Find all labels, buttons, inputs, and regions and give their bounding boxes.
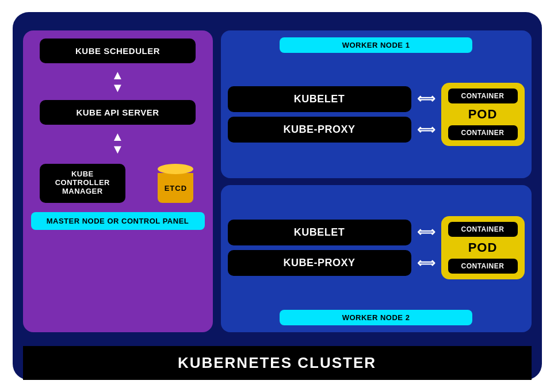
main-area: KUBE SCHEDULER ▲ ▼ KUBE API SERVER ▲ ▼ K… — [23, 22, 532, 340]
api-controller-arrow: ▲ ▼ — [112, 130, 124, 156]
worker-node-1-label: WORKER NODE 1 — [280, 37, 472, 53]
master-node-label: MASTER NODE OR CONTROL PANEL — [31, 212, 205, 230]
worker1-container2: CONTAINER — [448, 125, 518, 140]
worker2-pod: CONTAINER POD CONTAINER — [441, 216, 525, 279]
worker1-pod: CONTAINER POD CONTAINER — [441, 83, 525, 146]
worker-node-2-label: WORKER NODE 2 — [280, 310, 472, 325]
kubernetes-cluster: KUBE SCHEDULER ▲ ▼ KUBE API SERVER ▲ ▼ K… — [13, 12, 542, 380]
worker1-arrows: ⟺ ⟺ — [417, 91, 435, 137]
workers-area: WORKER NODE 1 KUBELET KUBE-PROXY ⟺ ⟺ CON… — [221, 30, 532, 332]
worker1-container1: CONTAINER — [448, 89, 518, 103]
worker2-container1: CONTAINER — [448, 222, 518, 237]
worker2-kubelet-box: KUBELET — [228, 220, 411, 245]
scheduler-api-arrow: ▲ ▼ — [112, 69, 124, 94]
kube-controller-manager-box: KUBE CONTROLLER MANAGER — [40, 164, 125, 203]
worker1-kubeproxy-box: KUBE-PROXY — [228, 117, 411, 143]
etcd-label: ETCD — [165, 184, 187, 193]
worker2-pod-label: POD — [468, 240, 498, 255]
worker2-proxy-arrow: ⟺ — [417, 256, 435, 271]
worker1-kubelet-box: KUBELET — [228, 86, 411, 112]
worker1-left: KUBELET KUBE-PROXY — [228, 86, 411, 143]
etcd-top — [158, 164, 193, 174]
master-bottom-row: KUBE CONTROLLER MANAGER ETCD — [40, 164, 196, 203]
worker2-container2: CONTAINER — [448, 259, 518, 274]
kube-scheduler-box: KUBE SCHEDULER — [40, 39, 196, 63]
worker1-proxy-arrow: ⟺ — [417, 122, 435, 137]
worker2-arrows: ⟺ ⟺ — [417, 225, 435, 271]
kube-controller-label: KUBE CONTROLLER MANAGER — [55, 170, 110, 195]
worker2-left: KUBELET KUBE-PROXY — [228, 220, 411, 276]
cluster-label: KUBERNETES CLUSTER — [23, 346, 532, 380]
worker2-kubelet-arrow: ⟺ — [417, 225, 435, 240]
etcd-body: ETCD — [158, 173, 193, 203]
worker-node-1: WORKER NODE 1 KUBELET KUBE-PROXY ⟺ ⟺ CON… — [221, 30, 532, 178]
master-node: KUBE SCHEDULER ▲ ▼ KUBE API SERVER ▲ ▼ K… — [23, 30, 213, 332]
worker-node-2: KUBELET KUBE-PROXY ⟺ ⟺ CONTAINER POD CON… — [221, 185, 532, 333]
worker2-content: KUBELET KUBE-PROXY ⟺ ⟺ CONTAINER POD CON… — [228, 192, 525, 305]
worker1-kubelet-arrow: ⟺ — [417, 91, 435, 106]
worker2-kubeproxy-box: KUBE-PROXY — [228, 250, 411, 276]
etcd-box: ETCD — [155, 164, 196, 203]
etcd-cylinder: ETCD — [158, 164, 193, 203]
worker1-pod-label: POD — [468, 107, 498, 122]
worker1-content: KUBELET KUBE-PROXY ⟺ ⟺ CONTAINER POD CON… — [228, 57, 525, 171]
kube-api-server-box: KUBE API SERVER — [40, 100, 196, 125]
